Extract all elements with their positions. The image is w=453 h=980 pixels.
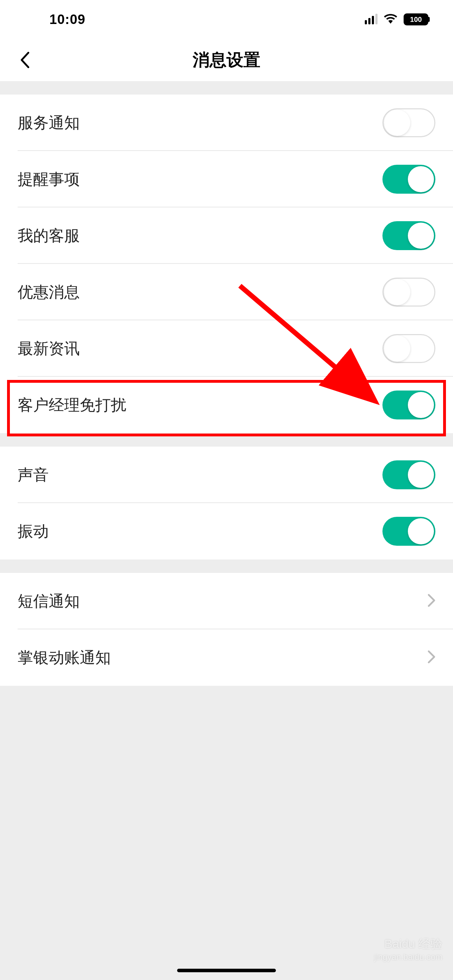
nav-bar: 消息设置 [0, 39, 453, 81]
wifi-icon [384, 14, 397, 25]
status-bar: 10:09 100 [0, 0, 453, 39]
label-reminders: 提醒事项 [17, 169, 80, 190]
page-title: 消息设置 [14, 49, 439, 71]
back-button[interactable] [14, 49, 35, 70]
chevron-right-icon [428, 593, 436, 609]
section-gap [0, 560, 453, 573]
row-latest-news: 最新资讯 [0, 320, 453, 377]
row-promo-messages: 优惠消息 [0, 264, 453, 320]
section-gap [0, 81, 453, 95]
section-links: 短信通知 掌银动账通知 [0, 573, 453, 686]
row-sound: 声音 [0, 447, 453, 503]
status-time: 10:09 [49, 12, 85, 27]
row-manager-dnd: 客户经理免打扰 [0, 377, 453, 433]
watermark: Baidu 经验 jingyan.baidu.com [374, 936, 442, 963]
label-sms-notification: 短信通知 [17, 591, 80, 612]
toggle-promo-messages[interactable] [382, 278, 436, 307]
home-indicator[interactable] [177, 969, 276, 972]
label-sound: 声音 [17, 465, 49, 485]
toggle-latest-news[interactable] [382, 334, 436, 363]
row-my-service: 我的客服 [0, 207, 453, 264]
label-manager-dnd: 客户经理免打扰 [17, 395, 126, 415]
row-account-change-notification[interactable]: 掌银动账通知 [0, 629, 453, 686]
toggle-service-notification[interactable] [382, 108, 436, 137]
row-reminders: 提醒事项 [0, 151, 453, 207]
section-notifications: 服务通知 提醒事项 我的客服 优惠消息 最新资讯 客户经理免打扰 [0, 95, 453, 433]
toggle-sound[interactable] [382, 460, 436, 489]
label-vibration: 振动 [17, 521, 49, 542]
battery-icon: 100 [404, 13, 428, 25]
label-service-notification: 服务通知 [17, 113, 80, 134]
row-service-notification: 服务通知 [0, 95, 453, 151]
label-promo-messages: 优惠消息 [17, 282, 80, 303]
section-alerts: 声音 振动 [0, 447, 453, 560]
label-my-service: 我的客服 [17, 226, 80, 246]
toggle-my-service[interactable] [382, 221, 436, 250]
toggle-reminders[interactable] [382, 165, 436, 194]
toggle-vibration[interactable] [382, 517, 436, 546]
chevron-right-icon [428, 650, 436, 665]
signal-icon [365, 14, 377, 24]
row-vibration: 振动 [0, 503, 453, 560]
label-latest-news: 最新资讯 [17, 338, 80, 359]
status-icons: 100 [365, 13, 428, 25]
row-sms-notification[interactable]: 短信通知 [0, 573, 453, 629]
section-gap [0, 433, 453, 447]
label-account-change-notification: 掌银动账通知 [17, 648, 111, 668]
toggle-manager-dnd[interactable] [382, 391, 436, 420]
